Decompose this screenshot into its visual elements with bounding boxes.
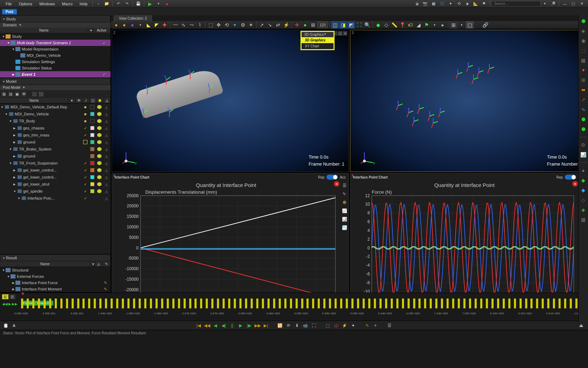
- view-type-selected[interactable]: 3D Graphics▼: [302, 32, 334, 37]
- sphere-orange-icon[interactable]: ●: [112, 21, 120, 29]
- view-pane-3[interactable]: 3 xy: [350, 30, 587, 172]
- chart-export-icon[interactable]: 📈: [341, 208, 348, 214]
- study-row[interactable]: ▼Model Representaion: [0, 46, 111, 52]
- curve1-icon[interactable]: 〰: [172, 21, 179, 29]
- model-row[interactable]: ▼TR_Body■◬: [0, 118, 111, 125]
- rs-e-icon[interactable]: ✦: [580, 67, 587, 74]
- arrow2-icon[interactable]: ➘: [266, 21, 274, 29]
- timeline-tab-b[interactable]: |||: [9, 294, 15, 299]
- chart-delete-icon[interactable]: 📉: [341, 225, 348, 231]
- camera-icon[interactable]: 📷: [422, 1, 429, 7]
- tl-prev-icon[interactable]: ◀◀: [2, 302, 8, 306]
- eye-all-icon[interactable]: 👁: [21, 91, 27, 97]
- scenario-dropdown[interactable]: Scenario▼: [0, 22, 111, 28]
- study-row[interactable]: Simulation Settings: [0, 59, 111, 65]
- next-frame-icon[interactable]: ▶▶: [254, 322, 261, 329]
- result-header[interactable]: ▾Result: [0, 254, 111, 261]
- star-icon[interactable]: ✶: [247, 21, 255, 29]
- rs-a-icon[interactable]: ◈: [580, 27, 587, 34]
- expand-icon[interactable]: ⛶: [310, 322, 317, 329]
- loop-icon[interactable]: 🔁: [277, 322, 284, 329]
- monitor-icon[interactable]: 🖥: [413, 1, 420, 7]
- vector-icon[interactable]: ↓|↑: [333, 322, 340, 329]
- new-icon[interactable]: ▫: [95, 1, 102, 7]
- tool-d-icon[interactable]: 📐: [472, 1, 479, 7]
- post-model-dropdown[interactable]: Post Model▼: [0, 85, 111, 90]
- tree-tool-a-icon[interactable]: ⬚: [32, 91, 37, 97]
- menu-windows[interactable]: Windows: [36, 1, 59, 7]
- study-row[interactable]: Simulation Status: [0, 65, 111, 71]
- flag2-icon[interactable]: ⚑: [423, 21, 430, 29]
- close-icon[interactable]: ✕: [578, 1, 585, 7]
- view-side-icon[interactable]: ◨: [339, 21, 347, 29]
- tool-a-icon[interactable]: ✦: [447, 1, 454, 7]
- step-back-icon[interactable]: ◀: [212, 322, 219, 329]
- tool-c-icon[interactable]: ◈: [464, 1, 471, 7]
- curve-tool-icon[interactable]: ✎: [341, 191, 348, 197]
- beam-icon[interactable]: ⚡: [341, 322, 348, 329]
- model-row[interactable]: ▶ges_trim_mass✓◬: [0, 132, 111, 139]
- view-collection-tab[interactable]: View Collection: 2: [114, 15, 152, 21]
- study-row[interactable]: ▼Multi-body Transient Scenario 1✓: [0, 40, 111, 46]
- view-type-xy[interactable]: XY Chart: [302, 43, 334, 49]
- rotate-icon[interactable]: ⟲: [223, 21, 231, 29]
- triangle2-icon[interactable]: ◤: [153, 21, 160, 29]
- play-dropdown-icon[interactable]: ▼: [155, 1, 162, 7]
- gear-icon[interactable]: ⚙: [239, 21, 247, 29]
- search-options-icon[interactable]: 🔎: [550, 1, 557, 7]
- play-back-icon[interactable]: ◀|: [220, 322, 227, 329]
- curve4-icon[interactable]: ⌇: [196, 21, 204, 29]
- rs-n-icon[interactable]: ◆: [580, 187, 587, 194]
- model-row[interactable]: ▶ground◬: [0, 153, 111, 160]
- rs-h-icon[interactable]: ➚: [580, 96, 587, 103]
- view-type-dropdown[interactable]: 3D Graphics▼ 3D Graphics XY Chart: [300, 31, 335, 50]
- fit-icon[interactable]: ⛶: [355, 21, 363, 29]
- study-header[interactable]: ▾Study: [0, 15, 111, 22]
- step-fwd-icon[interactable]: |▶: [246, 322, 253, 329]
- model-row[interactable]: ▼TR_Front_Suspension✓◬: [0, 160, 111, 167]
- sphere-orange2-icon[interactable]: ●: [120, 21, 128, 29]
- maximize-icon[interactable]: ▢: [570, 1, 577, 7]
- result-row[interactable]: ▶Interface Point Force✎: [0, 280, 111, 286]
- model-row[interactable]: ▼Interface Poin...✓◬: [0, 195, 111, 202]
- menu-help[interactable]: Help: [76, 1, 91, 7]
- view-iso-icon[interactable]: ◩: [347, 21, 355, 29]
- model-row[interactable]: ▼gel_spindle✓◬: [0, 188, 111, 195]
- open-icon[interactable]: 📁: [103, 1, 110, 7]
- minimize-icon[interactable]: —: [561, 1, 568, 7]
- sphere-purple-icon[interactable]: ●: [128, 21, 136, 29]
- mode-a-icon[interactable]: ◆: [374, 21, 382, 29]
- text-icon[interactable]: A: [11, 322, 18, 329]
- select-icon[interactable]: ⬚: [324, 322, 331, 329]
- zoom-icon[interactable]: 🔍: [363, 21, 371, 29]
- info-icon[interactable]: ⓘ: [438, 1, 445, 7]
- rs-i-icon[interactable]: ⬢: [580, 116, 587, 123]
- pencil-icon[interactable]: ✎: [364, 322, 371, 329]
- timeline-ruler[interactable]: 0.00E+0004.95E-0019.90E-0011.49E+0001.98…: [21, 299, 581, 313]
- redo-icon[interactable]: ↷: [123, 1, 130, 7]
- node2-icon[interactable]: ✦: [350, 322, 357, 329]
- result-row[interactable]: ▼External Forces: [0, 273, 111, 280]
- model-row[interactable]: ▶gel_lower_control...✓◬: [0, 174, 111, 181]
- probe-icon[interactable]: 📍: [398, 21, 406, 29]
- model-row[interactable]: ▶ground◬: [0, 139, 111, 146]
- pause-icon[interactable]: ||: [229, 322, 236, 329]
- cluster-icon[interactable]: ✦: [231, 21, 239, 29]
- study-row[interactable]: ▶Event 1✓: [0, 71, 111, 78]
- search-input[interactable]: [491, 1, 541, 7]
- result-row[interactable]: ▼Structural: [0, 267, 111, 273]
- section-icon[interactable]: ◢: [415, 21, 422, 29]
- rs-k-icon[interactable]: ⚙: [580, 141, 587, 148]
- arrow1-icon[interactable]: ➚: [258, 21, 266, 29]
- model-row[interactable]: ▼MDI_Demo_Vehicle■◬: [0, 111, 111, 118]
- expand-all-icon[interactable]: ⊞: [1, 91, 7, 97]
- timeline-marker[interactable]: ▼: [20, 291, 25, 296]
- rs-o-icon[interactable]: ◇: [580, 196, 587, 203]
- play-fwd-icon[interactable]: ▶: [237, 322, 244, 329]
- rs-m-icon[interactable]: ◆: [580, 177, 587, 184]
- undo-icon[interactable]: ↶: [115, 1, 122, 7]
- model-row[interactable]: ▼MDI_Demo_Vehicle_Default Rep■◬: [0, 103, 111, 111]
- chart-data-icon[interactable]: 📊: [341, 216, 348, 222]
- result-row[interactable]: ▶Interface Point Moment✎: [0, 286, 111, 292]
- node-icon[interactable]: ●: [301, 21, 309, 29]
